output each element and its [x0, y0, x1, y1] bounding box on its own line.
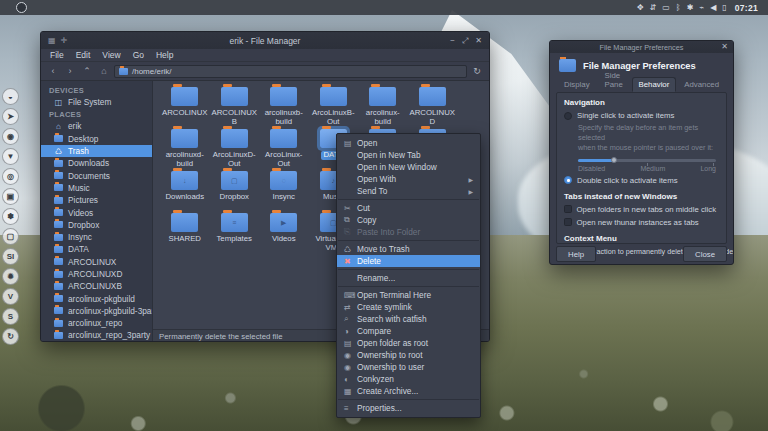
launcher-v-icon[interactable]: V: [2, 288, 19, 305]
launcher-ring-icon[interactable]: ◎: [2, 168, 19, 185]
context-menu-item-properties[interactable]: ≡Properties...: [337, 402, 480, 414]
volume-icon[interactable]: ◀: [710, 4, 716, 12]
sidebar-item-arcolinuxd[interactable]: ARCOLINUXD: [41, 268, 152, 280]
app-menu-button[interactable]: [16, 2, 27, 13]
sidebar-item-insync[interactable]: Insync: [41, 231, 152, 243]
file-item-arcolinux-build[interactable]: arcolinux-build: [358, 85, 408, 127]
context-menu-item-create-archive[interactable]: ▦Create Archive...: [337, 385, 480, 397]
radio-unselected-icon[interactable]: [564, 112, 572, 120]
file-item-arcolinuxd-build[interactable]: arcolinuxd-build: [160, 127, 210, 169]
close-icon[interactable]: ✕: [721, 43, 728, 51]
file-item-dropbox[interactable]: ▢Dropbox: [210, 169, 260, 211]
context-menu-item-open-folder-as-root[interactable]: ▤Open folder as root: [337, 337, 480, 349]
sidebar-item-file-system[interactable]: ◫File System: [41, 96, 152, 108]
forward-button[interactable]: ›: [63, 66, 77, 76]
launcher-si-icon[interactable]: SI: [2, 248, 19, 265]
launcher-bird-icon[interactable]: ➤: [2, 108, 19, 125]
context-menu-item-open-in-new-tab[interactable]: Open in New Tab: [337, 149, 480, 161]
file-item-arcolinuxb-out[interactable]: ArcoLinuxB-Out: [309, 85, 359, 127]
instances-as-tabs-checkbox-row[interactable]: Open new thunar instances as tabs: [564, 218, 719, 227]
file-item-arcolinux[interactable]: ARCOLINUX: [160, 85, 210, 127]
clipboard-icon[interactable]: ▯: [722, 4, 726, 12]
sidebar-item-downloads[interactable]: Downloads: [41, 157, 152, 169]
launcher-spiral-icon[interactable]: ◉: [2, 128, 19, 145]
path-bar[interactable]: /home/erik/: [114, 65, 467, 78]
launcher-arrow-circle-icon[interactable]: ◒: [2, 88, 19, 105]
tab-behavior[interactable]: Behavior: [632, 77, 677, 92]
context-menu-item-open-with[interactable]: Open With▶: [337, 173, 480, 185]
home-button[interactable]: ⌂: [97, 66, 111, 76]
sidebar-item-arcolinuxb[interactable]: ARCOLINUXB: [41, 280, 152, 292]
context-menu-item-send-to[interactable]: Send To▶: [337, 185, 480, 197]
context-menu-item-open-in-new-window[interactable]: Open in New Window: [337, 161, 480, 173]
launcher-s-icon[interactable]: S: [2, 308, 19, 325]
middle-click-checkbox-row[interactable]: Open folders in new tabs on middle click: [564, 205, 719, 214]
launcher-download-icon[interactable]: ▼: [2, 148, 19, 165]
launcher-gear-flower-icon[interactable]: ✽: [2, 208, 19, 225]
context-menu-item-delete[interactable]: ✖Delete: [337, 255, 480, 267]
maximize-icon[interactable]: ⤢: [462, 37, 468, 45]
file-item-arcolinuxd[interactable]: ARCOLINUXD: [408, 85, 458, 127]
sidebar-item-desktop[interactable]: Desktop: [41, 133, 152, 145]
prefs-titlebar[interactable]: File Manager Preferences ✕: [550, 41, 733, 53]
context-menu-item-copy[interactable]: ⧉Copy: [337, 214, 480, 226]
launcher-sun-icon[interactable]: ✹: [2, 268, 19, 285]
updates-icon[interactable]: ✥: [637, 4, 644, 12]
sidebar-item-dropbox[interactable]: Dropbox: [41, 219, 152, 231]
close-icon[interactable]: ✕: [475, 37, 482, 45]
sidebar-item-arcolinux-pkgbuild[interactable]: arcolinux-pkgbuild: [41, 292, 152, 304]
double-click-radio-row[interactable]: Double click to activate items: [564, 176, 719, 185]
settings-gear-icon[interactable]: ✱: [687, 4, 694, 12]
sidebar-item-erik[interactable]: ⌂erik: [41, 120, 152, 132]
sidebar-item-trash[interactable]: ♺Trash: [41, 145, 152, 157]
tab-side-pane[interactable]: Side Pane: [598, 68, 631, 92]
launcher-folder-icon[interactable]: ▣: [2, 188, 19, 205]
sidebar-item-arcolinux-repo[interactable]: arcolinux_repo: [41, 317, 152, 329]
file-item-videos[interactable]: ▶Videos: [259, 211, 309, 253]
checkbox-unchecked-icon[interactable]: [564, 218, 572, 226]
tab-display[interactable]: Display: [557, 77, 597, 92]
radio-selected-icon[interactable]: [564, 176, 572, 184]
context-menu-item-compare[interactable]: ◑Compare: [337, 325, 480, 337]
back-button[interactable]: ‹: [46, 66, 60, 76]
context-menu-item-rename[interactable]: Rename...: [337, 272, 480, 284]
menu-file[interactable]: File: [45, 49, 69, 61]
menu-go[interactable]: Go: [128, 49, 149, 61]
context-menu-item-search-with-catfish[interactable]: ⌕Search with catfish: [337, 313, 480, 325]
file-item-downloads[interactable]: ↓Downloads: [160, 169, 210, 211]
up-button[interactable]: ⌃: [80, 66, 94, 76]
delay-slider[interactable]: [578, 159, 716, 162]
launcher-window-icon[interactable]: ▢: [2, 228, 19, 245]
bluetooth-icon[interactable]: ᛒ: [676, 4, 681, 12]
fm-titlebar[interactable]: ▦ ✛ erik - File Manager −⤢✕: [41, 32, 489, 49]
tab-advanced[interactable]: Advanced: [677, 77, 726, 92]
sidebar-item-documents[interactable]: Documents: [41, 169, 152, 181]
file-item-arcolinuxb[interactable]: ARCOLINUXB: [210, 85, 260, 127]
launcher-refresh-icon[interactable]: ↻: [2, 328, 19, 345]
cpu-graph-icon[interactable]: ⌁: [699, 4, 704, 12]
minimize-icon[interactable]: −: [450, 37, 455, 45]
context-menu-item-cut[interactable]: ✂Cut: [337, 202, 480, 214]
file-item-shared[interactable]: SHARED: [160, 211, 210, 253]
sidebar-item-music[interactable]: Music: [41, 182, 152, 194]
file-item-arcolinux-out[interactable]: ArcoLinux-Out: [259, 127, 309, 169]
context-menu-item-move-to-trash[interactable]: ♺Move to Trash: [337, 243, 480, 255]
sidebar-item-pictures[interactable]: Pictures: [41, 194, 152, 206]
sidebar-item-data[interactable]: DATA: [41, 243, 152, 255]
sidebar-item-arcolinux-repo-3party[interactable]: arcolinux_repo_3party: [41, 329, 152, 341]
sidebar-item-videos[interactable]: Videos: [41, 206, 152, 218]
file-item-arcolinuxb-build[interactable]: arcolinuxb-build: [259, 85, 309, 127]
sidebar-item-arcolinux[interactable]: ARCOLINUX: [41, 256, 152, 268]
slider-handle[interactable]: [611, 157, 617, 163]
context-menu-item-conkyzen[interactable]: ◐Conkyzen: [337, 373, 480, 385]
help-button[interactable]: Help: [556, 246, 596, 262]
menu-edit[interactable]: Edit: [71, 49, 96, 61]
checkbox-unchecked-icon[interactable]: [564, 205, 572, 213]
file-item-arcolinuxd-out[interactable]: ArcoLinuxD-Out: [210, 127, 260, 169]
single-click-radio-row[interactable]: Single click to activate items: [564, 111, 719, 120]
network-icon[interactable]: ⇵: [650, 4, 657, 12]
close-button[interactable]: Close: [683, 246, 727, 262]
file-item-templates[interactable]: ≡Templates: [210, 211, 260, 253]
menu-help[interactable]: Help: [151, 49, 178, 61]
menu-view[interactable]: View: [97, 49, 125, 61]
